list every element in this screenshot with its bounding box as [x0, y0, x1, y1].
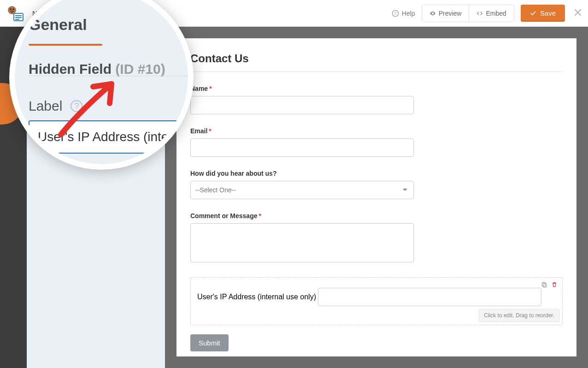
- help-tooltip-icon[interactable]: ?: [71, 100, 82, 112]
- svg-text:?: ?: [394, 11, 396, 16]
- field-hidden-ip[interactable]: User's IP Address (internal use only) Cl…: [190, 277, 563, 325]
- canvas-wrap: Contact Us Name* Email* How did you hear…: [165, 27, 588, 368]
- field-type-heading: Hidden Field (ID #10): [29, 61, 188, 77]
- svg-point-3: [11, 10, 14, 12]
- check-icon: [530, 10, 536, 17]
- email-input[interactable]: [190, 138, 414, 157]
- svg-rect-6: [15, 17, 22, 18]
- svg-point-2: [12, 8, 14, 10]
- close-builder-button[interactable]: [573, 8, 582, 19]
- help-circle-icon: ?: [392, 10, 399, 17]
- field-label: User's IP Address (internal use only): [197, 293, 316, 301]
- duplicate-icon: [541, 281, 547, 288]
- field-id-badge: (ID #10): [115, 61, 165, 77]
- hidden-field-input[interactable]: [318, 288, 541, 306]
- name-input[interactable]: [190, 96, 414, 114]
- save-button[interactable]: Save: [521, 5, 565, 22]
- svg-rect-10: [542, 282, 545, 286]
- field-toolbar: [541, 281, 558, 290]
- close-icon: [573, 8, 582, 17]
- svg-point-1: [10, 8, 12, 10]
- help-link[interactable]: ? Help: [392, 10, 415, 17]
- form-preview-canvas: Contact Us Name* Email* How did you hear…: [176, 38, 576, 356]
- field-name[interactable]: Name*: [190, 85, 563, 114]
- field-hear-about[interactable]: How did you hear about us? --Select One-…: [190, 170, 563, 199]
- delete-field-button[interactable]: [551, 281, 558, 290]
- eye-icon: [429, 10, 436, 17]
- label-caption: Label: [29, 98, 62, 114]
- hear-about-select[interactable]: --Select One--: [190, 181, 414, 199]
- tab-active-indicator: [29, 44, 102, 46]
- wpforms-logo: [6, 4, 24, 23]
- embed-button[interactable]: Embed: [469, 5, 513, 22]
- sidebar-tab-general[interactable]: General: [29, 16, 188, 44]
- field-label: How did you hear about us?: [190, 170, 563, 177]
- trash-icon: [551, 281, 558, 288]
- code-icon: [476, 10, 483, 17]
- field-email[interactable]: Email*: [190, 127, 563, 157]
- field-comment[interactable]: Comment or Message*: [190, 212, 563, 264]
- field-label: Comment or Message*: [190, 212, 563, 220]
- field-label: Email*: [190, 127, 563, 135]
- svg-rect-11: [543, 284, 547, 287]
- field-hint: Click to edit. Drag to reorder.: [479, 309, 559, 322]
- duplicate-field-button[interactable]: [541, 281, 547, 290]
- submit-button[interactable]: Submit: [190, 334, 229, 351]
- svg-rect-5: [15, 15, 22, 16]
- preview-button[interactable]: Preview: [422, 5, 469, 22]
- comment-textarea[interactable]: [190, 223, 414, 262]
- form-title: Contact Us: [190, 52, 563, 72]
- field-label: Name*: [190, 85, 563, 92]
- svg-rect-7: [15, 19, 19, 20]
- preview-embed-group: Preview Embed: [422, 5, 514, 22]
